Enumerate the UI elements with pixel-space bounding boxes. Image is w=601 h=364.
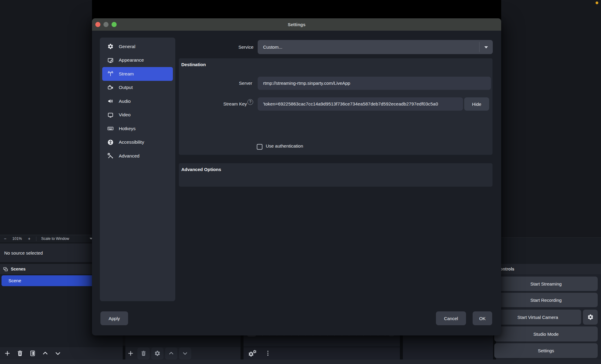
- sidebar-item-hotkeys[interactable]: Hotkeys: [102, 122, 173, 136]
- stream-key-input[interactable]: 'token=69225863cac7cc14a9d9513f736ce734e…: [258, 97, 463, 111]
- mixer-menu-kebab-button[interactable]: [265, 349, 271, 357]
- obs-main-window: − 101% + Scale to Window No source selec…: [0, 0, 601, 364]
- sources-toolbar: [125, 347, 241, 359]
- status-indicator-dot: [596, 2, 598, 4]
- keyboard-icon: [107, 125, 114, 132]
- service-label: Service: [92, 40, 253, 54]
- move-source-down-button[interactable]: [179, 347, 191, 359]
- sidebar-item-label: Video: [119, 112, 130, 118]
- sidebar-item-label: Stream: [119, 71, 134, 77]
- panel-divider: [123, 346, 125, 359]
- zoom-window-button[interactable]: [112, 22, 117, 27]
- close-button[interactable]: [95, 22, 100, 27]
- hide-stream-key-button[interactable]: Hide: [464, 97, 489, 111]
- advanced-options-heading: Advanced Options: [181, 167, 221, 172]
- mixer-divider: [244, 347, 400, 347]
- sidebar-item-accessibility[interactable]: Accessibility: [102, 136, 173, 149]
- source-properties-button[interactable]: [151, 347, 164, 359]
- service-select[interactable]: Custom...: [258, 40, 493, 54]
- chevron-down-icon: [484, 46, 488, 48]
- server-value: rtmp://streaming-rtmp.sinparty.com/LiveA…: [263, 77, 488, 90]
- controls-panel-header: Controls: [496, 264, 601, 274]
- scale-mode-select[interactable]: Scale to Window: [38, 237, 90, 241]
- mixer-settings-gears-button[interactable]: [248, 350, 257, 357]
- scene-label: Scene: [8, 278, 21, 283]
- dialog-titlebar[interactable]: Settings: [92, 18, 501, 31]
- remove-scene-button[interactable]: [17, 350, 23, 357]
- ok-button[interactable]: OK: [473, 311, 492, 325]
- trash-icon: [140, 350, 147, 356]
- right-panel-spacer: [501, 238, 601, 264]
- sidebar-item-label: Appearance: [119, 57, 144, 63]
- toolbar-divider: [36, 237, 36, 241]
- start-recording-button[interactable]: Start Recording: [494, 293, 598, 307]
- start-virtual-camera-button[interactable]: Start Virtual Camera: [494, 310, 581, 325]
- broadcast-icon: [107, 71, 114, 77]
- destination-heading: Destination: [181, 62, 206, 67]
- display-icon: [107, 112, 114, 118]
- preview-zoom-toolbar: − 101% + Scale to Window: [0, 235, 93, 242]
- select-divider: [479, 42, 480, 52]
- sidebar-item-label: Hotkeys: [119, 126, 136, 131]
- server-input[interactable]: rtmp://streaming-rtmp.sinparty.com/LiveA…: [258, 77, 491, 90]
- sidebar-item-label: Accessibility: [119, 139, 144, 145]
- use-authentication-label: Use authentication: [266, 143, 303, 148]
- move-scene-up-button[interactable]: [42, 350, 49, 357]
- window-bottom-strip: [0, 359, 601, 364]
- tools-icon: [107, 153, 114, 159]
- chevron-down-icon: [182, 350, 188, 356]
- minimize-button[interactable]: [103, 22, 109, 27]
- cancel-button[interactable]: Cancel: [436, 311, 466, 325]
- start-streaming-button[interactable]: Start Streaming: [494, 277, 598, 291]
- stream-key-label: Stream Key: [92, 97, 247, 111]
- remove-source-button[interactable]: [137, 347, 150, 359]
- move-source-up-button[interactable]: [165, 347, 177, 359]
- scene-filters-button[interactable]: [29, 350, 36, 357]
- sidebar-item-label: Advanced: [119, 153, 140, 159]
- chevron-up-icon: [168, 350, 174, 356]
- scenes-heading: Scenes: [11, 267, 26, 271]
- sidebar-item-appearance[interactable]: Appearance: [102, 54, 173, 67]
- scenes-panel-header: Scenes: [0, 264, 93, 274]
- settings-dialog: Settings General Appearance: [92, 18, 501, 335]
- virtual-camera-settings-button[interactable]: [583, 310, 598, 325]
- server-label: Server: [92, 77, 252, 90]
- zoom-in-button[interactable]: +: [24, 236, 34, 241]
- advanced-options-section: Advanced Options: [179, 163, 492, 187]
- settings-button[interactable]: Settings: [494, 343, 598, 358]
- stream-key-value: 'token=69225863cac7cc14a9d9513f736ce734e…: [263, 97, 460, 111]
- service-selected-value: Custom...: [263, 40, 282, 54]
- gear-icon: [154, 350, 161, 356]
- appearance-icon: [107, 57, 114, 63]
- help-icon[interactable]: ?: [247, 99, 253, 105]
- source-properties-panel: No source selected: [0, 243, 93, 262]
- controls-panel: Controls Start Streaming Start Recording…: [496, 264, 601, 359]
- accessibility-icon: [107, 139, 114, 145]
- sidebar-item-advanced[interactable]: Advanced: [102, 149, 173, 163]
- add-scene-button[interactable]: [4, 350, 11, 357]
- apply-button[interactable]: Apply: [100, 311, 128, 325]
- use-authentication-checkbox[interactable]: [257, 144, 262, 150]
- controls-panel-body: Start Streaming Start Recording Start Vi…: [496, 274, 601, 359]
- no-source-selected-label: No source selected: [4, 250, 43, 255]
- dialog-title: Settings: [288, 22, 305, 27]
- scenes-toolbar: [0, 347, 123, 359]
- studio-mode-button[interactable]: Studio Mode: [494, 326, 598, 341]
- move-scene-down-button[interactable]: [54, 350, 61, 357]
- zoom-level-value: 101%: [10, 237, 24, 241]
- scenes-icon: [3, 267, 8, 272]
- gear-icon: [587, 314, 594, 320]
- zoom-out-button[interactable]: −: [0, 236, 10, 241]
- add-source-button[interactable]: [127, 350, 134, 357]
